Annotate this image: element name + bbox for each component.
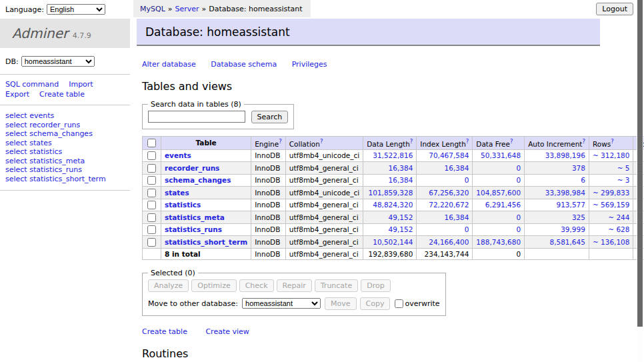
- help-link[interactable]: ?: [320, 138, 323, 145]
- data-free-cell[interactable]: 0: [473, 211, 525, 224]
- create-view-link[interactable]: Create view: [205, 327, 249, 336]
- data-free-cell[interactable]: 104,857,600: [473, 187, 525, 199]
- copy-button[interactable]: Copy: [360, 297, 391, 310]
- sidebar-link-select-statistics_meta[interactable]: select statistics_meta: [5, 157, 125, 166]
- data-length-cell[interactable]: 49,152: [363, 211, 417, 224]
- table-link-statistics_runs[interactable]: statistics_runs: [165, 225, 222, 233]
- sidebar-link-create-table[interactable]: Create table: [39, 90, 85, 99]
- select-all-checkbox[interactable]: [147, 139, 156, 147]
- database-schema-link[interactable]: Database schema: [211, 60, 277, 69]
- db-select[interactable]: homeassistant: [21, 56, 95, 67]
- data-length-cell[interactable]: 101,859,328: [363, 187, 417, 199]
- alter-database-link[interactable]: Alter database: [142, 60, 196, 69]
- privileges-link[interactable]: Privileges: [292, 60, 327, 69]
- data-free-cell[interactable]: 0: [473, 174, 525, 187]
- truncate-button[interactable]: Truncate: [315, 279, 358, 292]
- rows-cell[interactable]: ~ 312,180: [589, 149, 633, 162]
- sidebar-link-select-schema_changes[interactable]: select schema_changes: [5, 129, 125, 139]
- sidebar-link-select-states[interactable]: select states: [5, 139, 125, 148]
- data-length-cell[interactable]: 16,384: [363, 162, 417, 175]
- auto-increment-cell[interactable]: 6: [525, 174, 589, 187]
- table-link-recorder_runs[interactable]: recorder_runs: [165, 164, 219, 172]
- optimize-button[interactable]: Optimize: [191, 279, 236, 292]
- breadcrumb-item[interactable]: Server: [175, 5, 199, 13]
- index-length-cell[interactable]: 0: [417, 223, 473, 236]
- analyze-button[interactable]: Analyze: [148, 279, 189, 292]
- sidebar-link-sql-command[interactable]: SQL command: [5, 80, 59, 89]
- data-free-cell[interactable]: 0: [473, 223, 525, 236]
- page-scrollbar[interactable]: [637, 0, 643, 362]
- drop-button[interactable]: Drop: [361, 279, 390, 292]
- row-checkbox-statistics_meta[interactable]: [147, 213, 156, 222]
- auto-increment-cell[interactable]: 39,999: [525, 223, 589, 236]
- table-link-states[interactable]: states: [165, 189, 189, 197]
- help-link[interactable]: ?: [279, 138, 282, 145]
- index-length-cell[interactable]: 24,166,400: [417, 236, 473, 249]
- auto-increment-cell[interactable]: 378: [525, 162, 589, 175]
- table-link-events[interactable]: events: [165, 151, 191, 159]
- data-length-cell[interactable]: 31,522,816: [363, 149, 417, 162]
- index-length-cell[interactable]: 0: [417, 174, 473, 187]
- index-length-cell[interactable]: 67,256,320: [417, 187, 473, 199]
- search-input[interactable]: [148, 111, 245, 123]
- search-button[interactable]: Search: [251, 111, 289, 123]
- row-checkbox-statistics[interactable]: [147, 201, 156, 209]
- rows-cell[interactable]: ~ 628: [589, 223, 633, 236]
- sidebar-link-select-recorder_runs[interactable]: select recorder_runs: [5, 121, 125, 130]
- help-link[interactable]: ?: [510, 138, 513, 145]
- help-link[interactable]: ?: [410, 138, 413, 145]
- rows-cell[interactable]: ~ 299,833: [589, 187, 633, 199]
- create-table-link[interactable]: Create table: [142, 327, 187, 336]
- language-select[interactable]: English: [47, 4, 105, 15]
- row-checkbox-statistics_short_term[interactable]: [147, 238, 156, 247]
- scrollbar-thumb[interactable]: [637, 0, 643, 327]
- logout-button[interactable]: Logout: [596, 3, 633, 15]
- move-db-select[interactable]: homeassistant: [242, 298, 321, 309]
- rows-cell[interactable]: ~ 5: [589, 162, 633, 175]
- table-link-statistics_short_term[interactable]: statistics_short_term: [165, 238, 247, 246]
- index-length-cell[interactable]: 16,384: [417, 162, 473, 175]
- rows-cell[interactable]: ~ 569,159: [589, 199, 633, 211]
- data-free-cell[interactable]: 0: [473, 162, 525, 175]
- overwrite-checkbox[interactable]: [395, 299, 403, 308]
- rows-cell[interactable]: ~ 136,108: [589, 236, 633, 249]
- row-checkbox-schema_changes[interactable]: [147, 176, 156, 185]
- sidebar-link-select-statistics_runs[interactable]: select statistics_runs: [5, 165, 125, 175]
- data-length-cell[interactable]: 10,502,144: [363, 236, 417, 249]
- data-free-cell[interactable]: 188,743,680: [473, 236, 525, 249]
- table-link-schema_changes[interactable]: schema_changes: [165, 176, 231, 184]
- auto-increment-cell[interactable]: 8,581,645: [525, 236, 589, 249]
- row-checkbox-recorder_runs[interactable]: [147, 164, 156, 173]
- data-length-cell[interactable]: 49,152: [363, 223, 417, 236]
- help-link[interactable]: ?: [582, 138, 585, 145]
- data-free-cell[interactable]: 50,331,648: [473, 149, 525, 162]
- help-link[interactable]: ?: [466, 138, 469, 145]
- sidebar-link-select-statistics[interactable]: select statistics: [5, 147, 125, 157]
- row-checkbox-statistics_runs[interactable]: [147, 225, 156, 234]
- data-length-cell[interactable]: 16,384: [363, 174, 417, 187]
- auto-increment-cell[interactable]: 33,898,196: [525, 149, 589, 162]
- rows-cell[interactable]: ~ 3: [589, 174, 633, 187]
- sidebar-link-select-events[interactable]: select events: [5, 111, 125, 121]
- table-link-statistics_meta[interactable]: statistics_meta: [165, 213, 225, 221]
- table-link-statistics[interactable]: statistics: [165, 201, 201, 209]
- index-length-cell[interactable]: 72,220,672: [417, 199, 473, 211]
- row-checkbox-events[interactable]: [147, 151, 156, 160]
- breadcrumb-item[interactable]: MySQL: [140, 5, 165, 13]
- index-length-cell[interactable]: 16,384: [417, 211, 473, 224]
- sidebar-link-select-statistics_short_term[interactable]: select statistics_short_term: [5, 175, 125, 184]
- row-checkbox-states[interactable]: [147, 189, 156, 197]
- index-length-cell[interactable]: 70,467,584: [417, 149, 473, 162]
- sidebar-link-import[interactable]: Import: [69, 80, 93, 89]
- rows-cell[interactable]: ~ 244: [589, 211, 633, 224]
- auto-increment-cell[interactable]: 913,577: [525, 199, 589, 211]
- help-link[interactable]: ?: [611, 138, 614, 145]
- check-button[interactable]: Check: [239, 279, 274, 292]
- auto-increment-cell[interactable]: 33,398,984: [525, 187, 589, 199]
- auto-increment-cell[interactable]: 325: [525, 211, 589, 224]
- move-button[interactable]: Move: [325, 297, 357, 310]
- sidebar-link-export[interactable]: Export: [5, 90, 29, 99]
- data-length-cell[interactable]: 48,824,320: [363, 199, 417, 211]
- data-free-cell[interactable]: 6,291,456: [473, 199, 525, 211]
- repair-button[interactable]: Repair: [277, 279, 312, 292]
